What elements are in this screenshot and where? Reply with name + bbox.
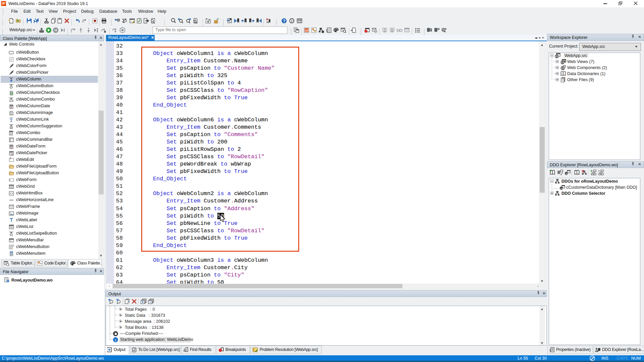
svg-text:m: m (566, 172, 568, 175)
svg-text:m: m (560, 187, 563, 190)
svg-text:ab: ab (208, 18, 211, 21)
svg-text:?: ? (283, 19, 285, 23)
svg-text:DF: DF (305, 29, 309, 32)
